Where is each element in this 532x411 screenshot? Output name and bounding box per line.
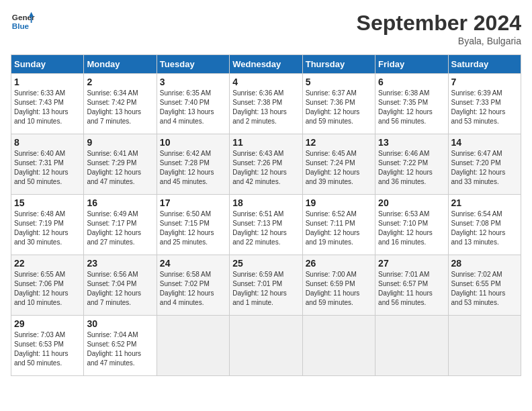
header-cell-sunday: Sunday bbox=[11, 55, 84, 74]
day-number: 17 bbox=[160, 197, 226, 208]
day-info: Sunrise: 6:41 AMSunset: 7:29 PMDaylight:… bbox=[87, 150, 141, 185]
day-cell: 9Sunrise: 6:41 AMSunset: 7:29 PMDaylight… bbox=[84, 134, 157, 195]
day-number: 16 bbox=[87, 197, 153, 208]
day-number: 8 bbox=[14, 137, 81, 148]
week-row-0: 1Sunrise: 6:33 AMSunset: 7:43 PMDaylight… bbox=[11, 74, 521, 134]
day-info: Sunrise: 6:45 AMSunset: 7:24 PMDaylight:… bbox=[306, 150, 360, 185]
day-number: 2 bbox=[87, 77, 153, 87]
day-info: Sunrise: 6:42 AMSunset: 7:28 PMDaylight:… bbox=[160, 150, 214, 185]
header-cell-friday: Friday bbox=[375, 55, 448, 74]
day-number: 19 bbox=[306, 197, 372, 208]
day-cell: 12Sunrise: 6:45 AMSunset: 7:24 PMDayligh… bbox=[302, 134, 375, 195]
title-block: September 2024 Byala, Bulgaria bbox=[357, 11, 521, 46]
header-cell-thursday: Thursday bbox=[302, 55, 375, 74]
day-number: 9 bbox=[87, 137, 153, 148]
day-number: 13 bbox=[378, 137, 445, 148]
day-info: Sunrise: 6:39 AMSunset: 7:33 PMDaylight:… bbox=[451, 89, 506, 125]
day-cell: 23Sunrise: 6:56 AMSunset: 7:04 PMDayligh… bbox=[84, 255, 157, 316]
location: Byala, Bulgaria bbox=[357, 36, 521, 46]
day-info: Sunrise: 7:00 AMSunset: 6:59 PMDaylight:… bbox=[306, 271, 360, 306]
day-info: Sunrise: 6:48 AMSunset: 7:19 PMDaylight:… bbox=[14, 210, 69, 246]
day-info: Sunrise: 6:40 AMSunset: 7:31 PMDaylight:… bbox=[14, 150, 69, 185]
day-number: 15 bbox=[14, 197, 81, 208]
day-info: Sunrise: 6:38 AMSunset: 7:35 PMDaylight:… bbox=[378, 89, 433, 125]
day-info: Sunrise: 6:49 AMSunset: 7:17 PMDaylight:… bbox=[87, 210, 141, 246]
day-info: Sunrise: 6:37 AMSunset: 7:36 PMDaylight:… bbox=[306, 89, 360, 125]
day-number: 1 bbox=[14, 77, 81, 87]
day-number: 11 bbox=[232, 137, 299, 148]
day-cell: 1Sunrise: 6:33 AMSunset: 7:43 PMDaylight… bbox=[11, 74, 84, 134]
calendar-table: SundayMondayTuesdayWednesdayThursdayFrid… bbox=[11, 54, 521, 376]
day-cell: 11Sunrise: 6:43 AMSunset: 7:26 PMDayligh… bbox=[230, 134, 302, 195]
week-row-3: 22Sunrise: 6:55 AMSunset: 7:06 PMDayligh… bbox=[11, 255, 521, 316]
day-cell: 18Sunrise: 6:51 AMSunset: 7:13 PMDayligh… bbox=[230, 195, 302, 255]
day-info: Sunrise: 6:51 AMSunset: 7:13 PMDaylight:… bbox=[232, 210, 287, 246]
day-info: Sunrise: 6:55 AMSunset: 7:06 PMDaylight:… bbox=[14, 271, 69, 306]
day-number: 24 bbox=[160, 258, 226, 269]
day-info: Sunrise: 6:36 AMSunset: 7:38 PMDaylight:… bbox=[232, 89, 287, 125]
day-cell: 17Sunrise: 6:50 AMSunset: 7:15 PMDayligh… bbox=[157, 195, 229, 255]
day-cell: 21Sunrise: 6:54 AMSunset: 7:08 PMDayligh… bbox=[448, 195, 521, 255]
day-info: Sunrise: 6:34 AMSunset: 7:42 PMDaylight:… bbox=[87, 89, 141, 125]
day-number: 23 bbox=[87, 258, 153, 269]
day-cell: 10Sunrise: 6:42 AMSunset: 7:28 PMDayligh… bbox=[157, 134, 229, 195]
day-info: Sunrise: 6:43 AMSunset: 7:26 PMDaylight:… bbox=[232, 150, 287, 185]
day-cell: 24Sunrise: 6:58 AMSunset: 7:02 PMDayligh… bbox=[157, 255, 229, 316]
day-cell bbox=[157, 316, 229, 376]
header-cell-saturday: Saturday bbox=[448, 55, 521, 74]
day-cell: 28Sunrise: 7:02 AMSunset: 6:55 PMDayligh… bbox=[448, 255, 521, 316]
day-info: Sunrise: 6:56 AMSunset: 7:04 PMDaylight:… bbox=[87, 271, 141, 306]
day-cell bbox=[302, 316, 375, 376]
day-cell: 25Sunrise: 6:59 AMSunset: 7:01 PMDayligh… bbox=[230, 255, 302, 316]
day-number: 3 bbox=[160, 77, 226, 87]
svg-text:Blue: Blue bbox=[12, 21, 30, 30]
day-cell bbox=[448, 316, 521, 376]
header-row: SundayMondayTuesdayWednesdayThursdayFrid… bbox=[11, 55, 521, 74]
day-number: 28 bbox=[451, 258, 518, 269]
day-cell: 26Sunrise: 7:00 AMSunset: 6:59 PMDayligh… bbox=[302, 255, 375, 316]
day-cell: 27Sunrise: 7:01 AMSunset: 6:57 PMDayligh… bbox=[375, 255, 448, 316]
page-header: General Blue September 2024 Byala, Bulga… bbox=[11, 11, 521, 46]
day-cell: 14Sunrise: 6:47 AMSunset: 7:20 PMDayligh… bbox=[448, 134, 521, 195]
week-row-1: 8Sunrise: 6:40 AMSunset: 7:31 PMDaylight… bbox=[11, 134, 521, 195]
day-number: 26 bbox=[306, 258, 372, 269]
day-cell: 2Sunrise: 6:34 AMSunset: 7:42 PMDaylight… bbox=[84, 74, 157, 134]
day-cell: 22Sunrise: 6:55 AMSunset: 7:06 PMDayligh… bbox=[11, 255, 84, 316]
day-cell: 20Sunrise: 6:53 AMSunset: 7:10 PMDayligh… bbox=[375, 195, 448, 255]
day-cell bbox=[375, 316, 448, 376]
day-info: Sunrise: 7:03 AMSunset: 6:53 PMDaylight:… bbox=[14, 331, 69, 367]
day-number: 4 bbox=[232, 77, 299, 87]
month-title: September 2024 bbox=[357, 11, 521, 36]
day-cell bbox=[230, 316, 302, 376]
day-number: 10 bbox=[160, 137, 226, 148]
header-cell-monday: Monday bbox=[84, 55, 157, 74]
day-info: Sunrise: 7:01 AMSunset: 6:57 PMDaylight:… bbox=[378, 271, 433, 306]
header-cell-tuesday: Tuesday bbox=[157, 55, 229, 74]
day-info: Sunrise: 6:35 AMSunset: 7:40 PMDaylight:… bbox=[160, 89, 214, 125]
day-cell: 19Sunrise: 6:52 AMSunset: 7:11 PMDayligh… bbox=[302, 195, 375, 255]
day-number: 25 bbox=[232, 258, 299, 269]
day-number: 30 bbox=[87, 318, 153, 329]
day-number: 21 bbox=[451, 197, 518, 208]
day-number: 7 bbox=[451, 77, 518, 87]
header-cell-wednesday: Wednesday bbox=[230, 55, 302, 74]
day-number: 27 bbox=[378, 258, 445, 269]
day-info: Sunrise: 6:58 AMSunset: 7:02 PMDaylight:… bbox=[160, 271, 214, 306]
day-number: 14 bbox=[451, 137, 518, 148]
day-info: Sunrise: 7:02 AMSunset: 6:55 PMDaylight:… bbox=[451, 271, 506, 306]
logo-icon: General Blue bbox=[11, 11, 35, 35]
day-cell: 15Sunrise: 6:48 AMSunset: 7:19 PMDayligh… bbox=[11, 195, 84, 255]
week-row-4: 29Sunrise: 7:03 AMSunset: 6:53 PMDayligh… bbox=[11, 316, 521, 376]
day-info: Sunrise: 6:53 AMSunset: 7:10 PMDaylight:… bbox=[378, 210, 433, 246]
day-cell: 8Sunrise: 6:40 AMSunset: 7:31 PMDaylight… bbox=[11, 134, 84, 195]
day-number: 12 bbox=[306, 137, 372, 148]
day-number: 18 bbox=[232, 197, 299, 208]
day-number: 20 bbox=[378, 197, 445, 208]
day-number: 22 bbox=[14, 258, 81, 269]
day-cell: 4Sunrise: 6:36 AMSunset: 7:38 PMDaylight… bbox=[230, 74, 302, 134]
day-info: Sunrise: 6:59 AMSunset: 7:01 PMDaylight:… bbox=[232, 271, 287, 306]
day-cell: 6Sunrise: 6:38 AMSunset: 7:35 PMDaylight… bbox=[375, 74, 448, 134]
day-info: Sunrise: 6:33 AMSunset: 7:43 PMDaylight:… bbox=[14, 89, 69, 125]
day-number: 29 bbox=[14, 318, 81, 329]
day-cell: 3Sunrise: 6:35 AMSunset: 7:40 PMDaylight… bbox=[157, 74, 229, 134]
